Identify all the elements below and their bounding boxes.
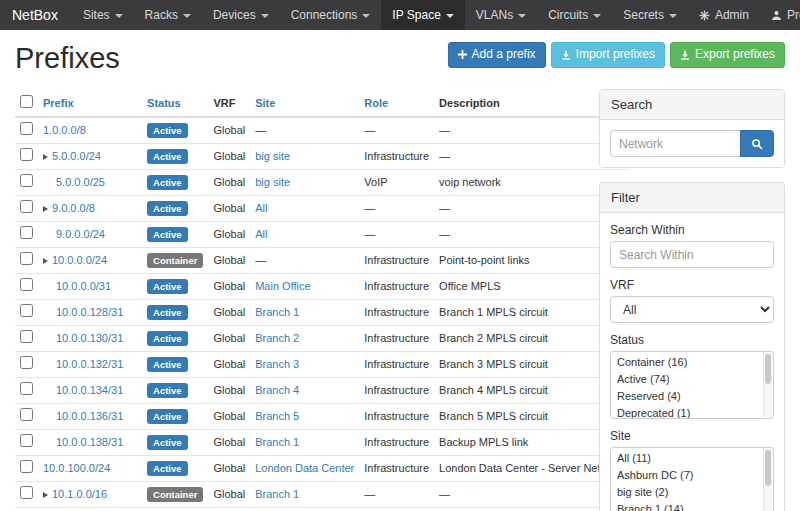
status-badge: Active xyxy=(147,409,188,425)
column-header-vrf: VRF xyxy=(208,89,250,117)
role-cell: Infrastructure xyxy=(359,248,434,274)
row-checkbox[interactable] xyxy=(20,486,33,499)
row-checkbox[interactable] xyxy=(20,408,33,421)
site-link[interactable]: Main Office xyxy=(255,280,310,292)
list-option[interactable]: Deprecated (1) xyxy=(611,405,761,419)
prefix-link[interactable]: 10.0.100.0/24 xyxy=(43,462,110,474)
vrf-select[interactable]: All xyxy=(610,296,774,323)
expand-caret-icon xyxy=(43,206,48,212)
row-checkbox[interactable] xyxy=(20,122,33,135)
prefix-link[interactable]: 1.0.0.0/8 xyxy=(43,124,86,136)
list-option[interactable]: Reserved (4) xyxy=(611,388,761,405)
site-link[interactable]: All xyxy=(255,202,267,214)
column-header-status[interactable]: Status xyxy=(142,89,208,117)
vrf-cell: Global xyxy=(208,300,250,326)
row-checkbox[interactable] xyxy=(20,174,33,187)
table-row: 1.0.0.0/8ActiveGlobal——— xyxy=(15,117,629,144)
list-option[interactable]: Ashburn DC (7) xyxy=(611,467,761,484)
role-cell: Infrastructure xyxy=(359,378,434,404)
nav-item-racks[interactable]: Racks xyxy=(134,0,202,30)
role-cell: — xyxy=(359,117,434,144)
list-option[interactable]: All (11) xyxy=(611,450,761,467)
site-listbox[interactable]: All (11)Ashburn DC (7)big site (2)Branch… xyxy=(610,447,774,511)
navbar-profile[interactable]: Profile xyxy=(760,0,800,30)
site-link[interactable]: All xyxy=(255,228,267,240)
import-prefixes-button[interactable]: Import prefixes xyxy=(551,42,665,68)
column-header-prefix[interactable]: Prefix xyxy=(38,89,142,117)
list-option[interactable]: Active (74) xyxy=(611,371,761,388)
gear-icon xyxy=(699,10,710,21)
list-option[interactable]: big site (2) xyxy=(611,484,761,501)
prefix-link[interactable]: 10.0.0.132/31 xyxy=(56,358,123,370)
nav-item-circuits[interactable]: Circuits xyxy=(537,0,612,30)
status-badge: Active xyxy=(147,331,188,347)
row-checkbox[interactable] xyxy=(20,382,33,395)
site-link[interactable]: Branch 2 xyxy=(255,332,299,344)
site-link[interactable]: London Data Center xyxy=(255,462,354,474)
row-checkbox[interactable] xyxy=(20,226,33,239)
site-link[interactable]: Branch 3 xyxy=(255,358,299,370)
site-link[interactable]: Branch 5 xyxy=(255,410,299,422)
site-cell: — xyxy=(255,124,266,136)
site-link[interactable]: Branch 1 xyxy=(255,436,299,448)
prefix-link[interactable]: 9.0.0.0/8 xyxy=(52,202,95,214)
row-checkbox[interactable] xyxy=(20,460,33,473)
row-checkbox[interactable] xyxy=(20,148,33,161)
row-checkbox[interactable] xyxy=(20,356,33,369)
list-option[interactable]: Container (16) xyxy=(611,354,761,371)
search-button[interactable] xyxy=(740,130,774,157)
prefix-link[interactable]: 5.0.0.0/24 xyxy=(52,150,101,162)
prefix-link[interactable]: 10.0.0.134/31 xyxy=(56,384,123,396)
prefix-link[interactable]: 5.0.0.0/25 xyxy=(56,176,105,188)
prefix-link[interactable]: 10.0.0.136/31 xyxy=(56,410,123,422)
search-within-input[interactable] xyxy=(610,241,774,268)
status-badge: Active xyxy=(147,435,188,451)
status-listbox[interactable]: Container (16)Active (74)Reserved (4)Dep… xyxy=(610,351,774,419)
nav-item-sites[interactable]: Sites xyxy=(72,0,134,30)
column-header-role[interactable]: Role xyxy=(359,89,434,117)
navbar-admin[interactable]: Admin xyxy=(688,0,760,30)
page-title: Prefixes xyxy=(15,42,120,75)
prefix-link[interactable]: 10.0.0.128/31 xyxy=(56,306,123,318)
add-prefix-button[interactable]: Add a prefix xyxy=(448,42,546,68)
site-link[interactable]: Branch 1 xyxy=(255,488,299,500)
role-cell: Infrastructure xyxy=(359,404,434,430)
site-link[interactable]: big site xyxy=(255,176,290,188)
prefix-link[interactable]: 10.0.0.130/31 xyxy=(56,332,123,344)
prefix-link[interactable]: 10.0.0.138/31 xyxy=(56,436,123,448)
row-checkbox[interactable] xyxy=(20,252,33,265)
select-all-checkbox[interactable] xyxy=(20,95,33,108)
list-option[interactable]: Branch 1 (14) xyxy=(611,501,761,511)
prefix-link[interactable]: 10.1.0.0/16 xyxy=(52,488,107,500)
site-link[interactable]: Branch 4 xyxy=(255,384,299,396)
column-header-site[interactable]: Site xyxy=(250,89,359,117)
page-content: Prefixes Add a prefix Import prefixes Ex… xyxy=(0,30,800,511)
nav-item-connections[interactable]: Connections xyxy=(280,0,382,30)
row-checkbox[interactable] xyxy=(20,200,33,213)
nav-item-vlans[interactable]: VLANs xyxy=(465,0,537,30)
table-row: 9.0.0.0/24ActiveGlobalAll—— xyxy=(15,222,629,248)
nav-item-secrets[interactable]: Secrets xyxy=(612,0,688,30)
prefix-link[interactable]: 10.0.0.0/31 xyxy=(56,280,111,292)
prefix-link[interactable]: 9.0.0.0/24 xyxy=(56,228,105,240)
row-checkbox[interactable] xyxy=(20,434,33,447)
vrf-cell: Global xyxy=(208,196,250,222)
table-row: 10.0.0.0/24ContainerGlobal—Infrastructur… xyxy=(15,248,629,274)
prefix-link[interactable]: 10.0.0.0/24 xyxy=(52,254,107,266)
table-row: 10.0.0.128/31ActiveGlobalBranch 1Infrast… xyxy=(15,300,629,326)
site-link[interactable]: big site xyxy=(255,150,290,162)
brand[interactable]: NetBox xyxy=(0,0,72,30)
nav-item-ip-space[interactable]: IP Space xyxy=(381,0,464,30)
export-prefixes-button[interactable]: Export prefixes xyxy=(670,42,785,68)
row-checkbox[interactable] xyxy=(20,278,33,291)
status-scrollbar[interactable] xyxy=(763,353,772,417)
header-bar: Prefixes Add a prefix Import prefixes Ex… xyxy=(15,36,785,89)
nav-item-devices[interactable]: Devices xyxy=(202,0,280,30)
site-link[interactable]: Branch 1 xyxy=(255,306,299,318)
status-badge: Container xyxy=(147,253,203,269)
search-input[interactable] xyxy=(610,130,740,157)
site-scrollbar[interactable] xyxy=(763,449,772,511)
row-checkbox[interactable] xyxy=(20,330,33,343)
columns: PrefixStatusVRFSiteRoleDescription 1.0.0… xyxy=(15,89,785,511)
row-checkbox[interactable] xyxy=(20,304,33,317)
